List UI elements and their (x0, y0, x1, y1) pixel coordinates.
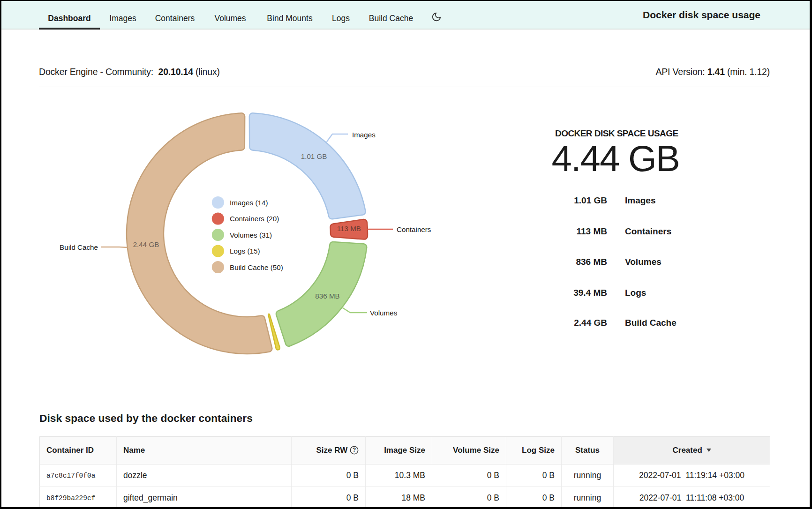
svg-text:Volumes (31): Volumes (31) (230, 231, 272, 239)
svg-text:Containers (20): Containers (20) (230, 215, 279, 223)
svg-text:Images: Images (352, 131, 376, 139)
svg-text:2.44 GB: 2.44 GB (133, 240, 159, 248)
svg-text:Images (14): Images (14) (230, 199, 268, 207)
svg-text:Logs (15): Logs (15) (230, 247, 260, 255)
svg-text:Volumes: Volumes (370, 309, 398, 317)
svg-text:Containers: Containers (397, 225, 431, 233)
svg-text:Build Cache: Build Cache (60, 243, 98, 251)
svg-text:113 MB: 113 MB (337, 225, 361, 232)
svg-text:1.01 GB: 1.01 GB (301, 152, 327, 160)
svg-text:Build Cache (50): Build Cache (50) (230, 263, 283, 271)
svg-text:?: ? (353, 447, 356, 453)
svg-text:836 MB: 836 MB (315, 292, 339, 300)
